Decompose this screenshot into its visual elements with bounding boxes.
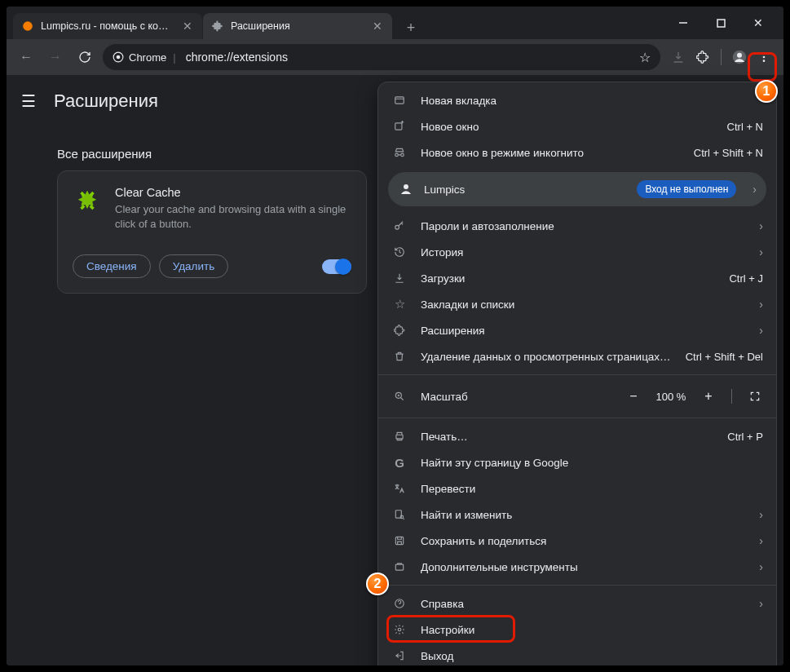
new-window-icon [391, 121, 408, 132]
profile-name: Lumpics [424, 183, 627, 196]
menu-item-passwords[interactable]: Пароли и автозаполнение › [378, 213, 776, 239]
menu-label: Перевести [421, 483, 763, 495]
signin-chip[interactable]: Вход не выполнен [637, 180, 736, 198]
menu-label: Новое окно в режиме инкогнито [421, 147, 681, 159]
chevron-right-icon: › [759, 534, 763, 547]
extension-icon [391, 325, 408, 336]
menu-item-help[interactable]: Справка › [378, 590, 776, 617]
menu-item-settings[interactable]: Настройки [378, 617, 776, 643]
bookmark-star-icon: ☆ [391, 297, 408, 312]
close-tab-icon[interactable]: ✕ [181, 20, 194, 33]
zoom-value: 100 % [653, 391, 689, 403]
svg-point-14 [395, 225, 399, 229]
svg-point-7 [763, 52, 766, 55]
kebab-menu-button[interactable] [752, 46, 775, 69]
chevron-right-icon: › [759, 324, 763, 337]
enable-toggle[interactable] [322, 259, 351, 274]
omnibox[interactable]: Chrome | chrome://extensions ☆ [103, 44, 660, 70]
chevron-right-icon: › [759, 298, 763, 311]
extension-icon [73, 186, 102, 215]
browser-toolbar: ← → Chrome | chrome://extensions ☆ [7, 39, 783, 75]
extensions-icon[interactable] [691, 46, 714, 69]
favicon-lumpics [21, 20, 34, 33]
browser-tab-lumpics[interactable]: Lumpics.ru - помощь с компью ✕ [13, 13, 202, 39]
menu-label: Пароли и автозаполнение [421, 220, 739, 232]
chevron-right-icon: › [759, 597, 763, 610]
fullscreen-button[interactable] [747, 388, 763, 405]
menu-item-google-search[interactable]: G Найти эту страницу в Google [378, 449, 776, 475]
menu-profile-row[interactable]: Lumpics Вход не выполнен › [388, 172, 766, 206]
chevron-right-icon: › [759, 560, 763, 573]
extension-name: Clear Cache [115, 186, 351, 199]
menu-label: Дополнительные инструменты [421, 561, 739, 573]
svg-rect-10 [395, 97, 404, 104]
svg-point-8 [763, 56, 766, 59]
extension-card: Clear Cache Clear your cache and browsin… [57, 170, 367, 294]
menu-item-more-tools[interactable]: Дополнительные инструменты › [378, 554, 776, 580]
menu-item-downloads[interactable]: Загрузки Ctrl + J [378, 265, 776, 291]
menu-label: Новое окно [421, 121, 714, 133]
page-title: Расширения [54, 91, 158, 112]
zoom-out-button[interactable]: − [625, 388, 642, 405]
menu-label: Выход [421, 650, 763, 662]
menu-label: Настройки [421, 624, 763, 636]
new-tab-icon [391, 95, 408, 106]
new-tab-button[interactable]: + [399, 16, 422, 39]
menu-item-bookmarks[interactable]: ☆ Закладки и списки › [378, 291, 776, 317]
details-button[interactable]: Сведения [73, 254, 151, 278]
window-close[interactable]: ✕ [739, 7, 777, 39]
gear-icon [391, 624, 408, 635]
chevron-right-icon: › [759, 219, 763, 232]
download-icon[interactable] [667, 46, 690, 69]
menu-shortcut: Ctrl + J [729, 272, 763, 285]
menu-shortcut: Ctrl + N [727, 121, 763, 133]
menu-item-new-tab[interactable]: Новая вкладка [378, 87, 776, 113]
menu-item-history[interactable]: История › [378, 239, 776, 265]
profile-avatar-icon[interactable] [728, 46, 751, 69]
menu-item-incognito[interactable]: Новое окно в режиме инкогнито Ctrl + Shi… [378, 139, 776, 166]
google-icon: G [391, 456, 408, 470]
zoom-in-button[interactable]: + [700, 388, 717, 405]
svg-point-13 [404, 184, 408, 189]
chrome-menu: Новая вкладка Новое окно Ctrl + N Новое … [377, 82, 777, 665]
window-minimize[interactable] [664, 7, 702, 39]
menu-item-find-edit[interactable]: Найти и изменить › [378, 502, 776, 528]
nav-back-button[interactable]: ← [15, 46, 38, 69]
nav-refresh-button[interactable] [73, 46, 96, 69]
menu-item-exit[interactable]: Выход [378, 643, 776, 665]
menu-label: Справка [421, 598, 739, 610]
translate-icon [391, 483, 408, 494]
menu-label: Сохранить и поделиться [421, 535, 739, 547]
extension-description: Clear your cache and browsing data with … [115, 202, 351, 232]
window-controls: ✕ [664, 7, 777, 39]
svg-rect-19 [395, 537, 403, 544]
remove-button[interactable]: Удалить [159, 254, 229, 278]
menu-item-save-share[interactable]: Сохранить и поделиться › [378, 528, 776, 554]
nav-forward-button[interactable]: → [44, 46, 67, 69]
trash-icon [391, 351, 408, 362]
chrome-chip-label: Chrome [129, 51, 166, 64]
close-tab-icon[interactable]: ✕ [371, 20, 384, 33]
chevron-right-icon: › [759, 508, 763, 521]
svg-point-4 [117, 55, 121, 60]
history-icon [391, 246, 408, 258]
favicon-extensions [211, 20, 224, 33]
bookmark-star-icon[interactable]: ☆ [639, 50, 651, 65]
menu-item-clear-data[interactable]: Удаление данных о просмотренных страница… [378, 343, 776, 369]
url-text: chrome://extensions [186, 51, 631, 64]
menu-item-print[interactable]: Печать… Ctrl + P [378, 423, 776, 449]
menu-label: Загрузки [421, 272, 716, 285]
chevron-right-icon: › [759, 245, 763, 259]
menu-item-translate[interactable]: Перевести [378, 475, 776, 502]
menu-label: Печать… [421, 431, 714, 443]
menu-label: Масштаб [421, 391, 612, 403]
svg-point-0 [23, 21, 33, 31]
menu-label: Расширения [421, 325, 739, 337]
menu-item-extensions[interactable]: Расширения › [378, 317, 776, 343]
window-maximize[interactable] [702, 7, 739, 39]
svg-point-22 [398, 628, 401, 631]
hamburger-menu-icon[interactable]: ☰ [21, 91, 36, 111]
menu-item-new-window[interactable]: Новое окно Ctrl + N [378, 113, 776, 139]
browser-tab-extensions[interactable]: Расширения ✕ [203, 13, 392, 39]
tools-icon [391, 561, 408, 573]
